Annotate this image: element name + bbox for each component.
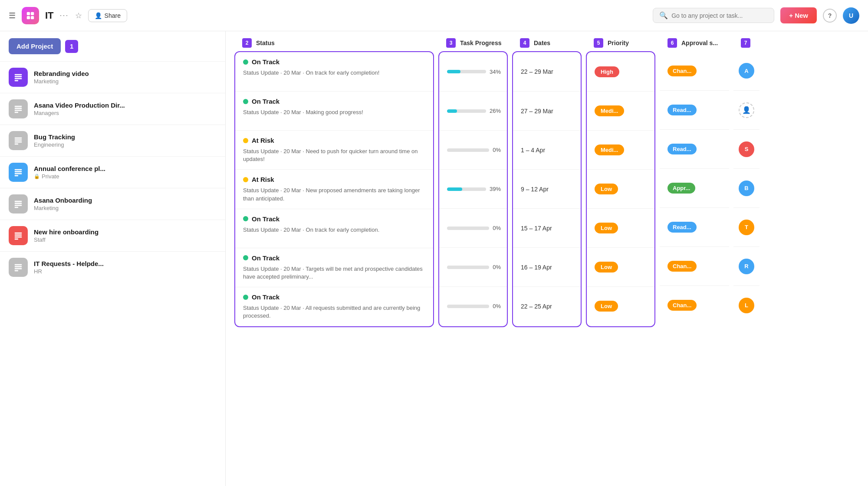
- progress-cell: 26%: [439, 91, 508, 130]
- approval-badge[interactable]: Appr...: [667, 183, 695, 194]
- sidebar-item-new-hire[interactable]: New hire onboarding Staff: [0, 220, 225, 251]
- status-label: On Track: [252, 293, 279, 301]
- hamburger-icon[interactable]: ☰: [9, 11, 16, 20]
- sidebar-item-rebranding[interactable]: Rebranding video Marketing: [0, 61, 225, 93]
- svg-rect-27: [15, 238, 18, 240]
- avatar[interactable]: L: [739, 298, 754, 313]
- avatar[interactable]: S: [739, 141, 754, 157]
- approval-column: Chan...Read...Read...Appr...Read...Chan.…: [660, 51, 729, 327]
- sidebar-item-it-requests[interactable]: IT Requests - Helpde... HR: [0, 251, 225, 283]
- project-sub: HR: [34, 268, 104, 275]
- status-update-text: Status Update · 20 Mar · On track for ea…: [243, 69, 379, 77]
- svg-rect-2: [27, 16, 30, 19]
- favorite-icon[interactable]: ☆: [75, 11, 82, 20]
- project-sub: Managers: [34, 110, 125, 116]
- date-range: 1 – 4 Apr: [521, 147, 545, 154]
- search-input[interactable]: [671, 12, 768, 19]
- approval-badge[interactable]: Read...: [667, 144, 697, 154]
- progress-cell: 0%: [439, 286, 508, 325]
- avatar-placeholder[interactable]: 👤: [739, 102, 754, 118]
- more-options-icon[interactable]: ···: [60, 11, 69, 20]
- dates-col-label: Dates: [534, 39, 550, 46]
- status-dot: [243, 295, 248, 300]
- search-box: 🔍: [653, 8, 774, 23]
- project-info: Asana Onboarding Marketing: [34, 197, 92, 211]
- project-sub: Engineering: [34, 141, 75, 148]
- help-label: ?: [828, 12, 832, 19]
- status-column: On Track Status Update · 20 Mar · On tra…: [234, 51, 434, 327]
- assignee-cell: A: [733, 51, 760, 90]
- progress-pct: 0%: [493, 303, 501, 309]
- progress-cell: 0%: [439, 208, 508, 247]
- priority-badge[interactable]: Low: [595, 262, 618, 273]
- approval-cell: Read...: [660, 129, 729, 168]
- project-sub: Marketing: [34, 78, 89, 85]
- share-button[interactable]: 👤 Share: [88, 9, 127, 22]
- priority-cell: Low: [587, 247, 655, 286]
- progress-pct: 0%: [493, 225, 501, 231]
- project-icon: [9, 226, 28, 245]
- status-indicator: On Track: [243, 215, 279, 223]
- assignee-cell: 👤: [733, 90, 760, 129]
- priority-badge[interactable]: Low: [595, 223, 618, 233]
- approval-col-label: Approval s...: [681, 39, 718, 46]
- approval-badge[interactable]: Read...: [667, 105, 697, 115]
- progress-bar: [447, 305, 489, 308]
- avatar[interactable]: R: [739, 259, 754, 274]
- project-icon: [9, 258, 28, 277]
- add-project-button[interactable]: Add Project: [9, 38, 61, 54]
- avatar[interactable]: T: [739, 220, 754, 235]
- new-button[interactable]: + New: [780, 7, 817, 23]
- approval-badge[interactable]: Chan...: [667, 66, 697, 76]
- svg-rect-15: [15, 143, 18, 144]
- svg-rect-31: [15, 270, 18, 271]
- project-icon: [9, 163, 28, 182]
- svg-rect-18: [15, 173, 22, 174]
- date-range: 22 – 29 Mar: [521, 68, 553, 75]
- assignee-cell: T: [733, 207, 760, 246]
- sidebar-item-annual-conf[interactable]: Annual conference pl... 🔒Private: [0, 156, 225, 188]
- approval-badge[interactable]: Read...: [667, 222, 697, 233]
- project-info: Annual conference pl... 🔒Private: [34, 165, 105, 180]
- svg-rect-8: [15, 106, 22, 107]
- status-header: 2 Status: [234, 38, 434, 48]
- status-dot: [243, 59, 248, 65]
- svg-rect-5: [15, 76, 22, 77]
- help-button[interactable]: ?: [823, 9, 837, 23]
- status-cell: On Track Status Update · 20 Mar · Making…: [235, 91, 434, 130]
- approval-badge[interactable]: Chan...: [667, 261, 697, 272]
- svg-rect-16: [15, 169, 22, 171]
- status-indicator: On Track: [243, 58, 279, 66]
- sidebar-item-asana-video[interactable]: Asana Video Production Dir... Managers: [0, 93, 225, 125]
- avatar[interactable]: A: [739, 63, 754, 79]
- user-avatar[interactable]: U: [843, 7, 859, 24]
- priority-badge[interactable]: Low: [595, 301, 618, 312]
- project-name: Annual conference pl...: [34, 165, 105, 172]
- approval-cell: Chan...: [660, 246, 729, 286]
- project-name: New hire onboarding: [34, 228, 99, 236]
- status-cell: At Risk Status Update · 20 Mar · Need to…: [235, 130, 434, 169]
- app-logo: [22, 7, 39, 24]
- priority-badge[interactable]: High: [595, 66, 619, 77]
- status-col-badge: 2: [242, 38, 252, 48]
- sidebar-item-asana-onboarding[interactable]: Asana Onboarding Marketing: [0, 188, 225, 220]
- approval-badge[interactable]: Chan...: [667, 300, 697, 311]
- app-container: ☰ IT ··· ☆ 👤 Share 🔍 + New ? U: [0, 0, 868, 486]
- date-range: 27 – 29 Mar: [521, 108, 553, 115]
- svg-rect-4: [15, 74, 22, 76]
- page-title: IT: [45, 10, 54, 21]
- status-label: On Track: [252, 215, 279, 223]
- project-icon: [9, 194, 28, 213]
- project-info: IT Requests - Helpde... HR: [34, 260, 104, 275]
- priority-col-label: Priority: [608, 39, 629, 46]
- sidebar-item-bug-tracking[interactable]: Bug Tracking Engineering: [0, 125, 225, 156]
- date-cell: 1 – 4 Apr: [513, 130, 582, 169]
- progress-fill: [447, 70, 460, 73]
- priority-badge[interactable]: Medi...: [595, 105, 624, 116]
- priority-badge[interactable]: Low: [595, 184, 618, 194]
- svg-rect-29: [15, 266, 22, 267]
- avatar[interactable]: B: [739, 181, 754, 196]
- priority-badge[interactable]: Medi...: [595, 144, 624, 155]
- project-name: Bug Tracking: [34, 133, 75, 141]
- status-label: On Track: [252, 58, 279, 66]
